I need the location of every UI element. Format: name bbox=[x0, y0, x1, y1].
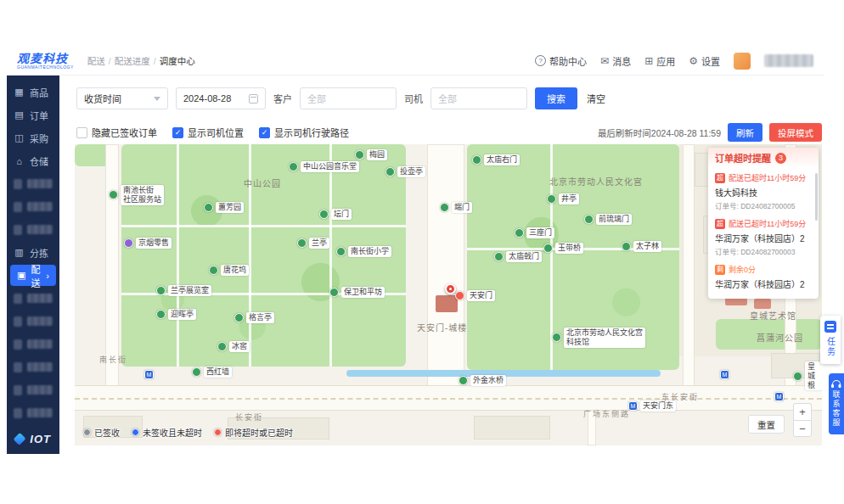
sidebar-item-redacted-3[interactable] bbox=[7, 218, 59, 241]
sidebar-item-delivery[interactable]: ▣ 配送 bbox=[10, 265, 56, 286]
headset-icon bbox=[832, 380, 841, 386]
iot-icon bbox=[14, 433, 26, 445]
sidebar-item-redacted-5[interactable] bbox=[7, 310, 59, 333]
alert-item[interactable]: 超 配送已超时11小时59分 华润万家（科技园店）2 订单号: DD240827… bbox=[715, 214, 812, 260]
sidebar-item-label bbox=[27, 385, 53, 395]
customer-placeholder: 全部 bbox=[307, 92, 326, 105]
sidebar-item-redacted-6[interactable] bbox=[7, 333, 59, 356]
poi-icon bbox=[552, 333, 561, 342]
help-center-link[interactable]: ? 帮助中心 bbox=[535, 54, 587, 68]
sidebar-item-procurement[interactable]: ◫ 采购 bbox=[7, 126, 59, 149]
search-button[interactable]: 搜索 bbox=[535, 87, 577, 109]
zoom-in-button[interactable]: + bbox=[793, 403, 812, 420]
sidebar-item-label bbox=[27, 316, 53, 326]
sidebar-item-orders[interactable]: ▤ 订单 bbox=[7, 104, 59, 126]
messages-link[interactable]: ✉ 消息 bbox=[600, 54, 631, 68]
poi-icon bbox=[385, 167, 395, 176]
driver-input[interactable]: 全部 bbox=[430, 87, 527, 109]
breadcrumb-delivery-progress[interactable]: 配送进度 bbox=[115, 54, 156, 67]
avatar[interactable] bbox=[734, 53, 751, 70]
poi-icon bbox=[793, 372, 802, 381]
alert-item[interactable]: 剩 剩余0分 华润万家（科技园店）2 bbox=[715, 260, 812, 294]
task-float-tab[interactable]: 任务 bbox=[820, 316, 841, 364]
sidebar-item-icon bbox=[14, 225, 22, 235]
map-poi: 三座门 bbox=[515, 227, 554, 238]
poi-label: 格言亭 bbox=[246, 312, 274, 323]
alert-customer: 华润万家（科技园店）2 bbox=[715, 277, 812, 290]
projection-mode-button[interactable]: 投屏模式 bbox=[769, 123, 822, 142]
sidebar-item-icon: ▤ bbox=[14, 109, 25, 120]
poi-icon bbox=[109, 190, 118, 199]
customer-input[interactable]: 全部 bbox=[300, 87, 397, 109]
settings-link[interactable]: ⚙ 设置 bbox=[689, 54, 720, 68]
sidebar-item-redacted-9[interactable] bbox=[7, 401, 59, 424]
poi-icon bbox=[547, 194, 556, 204]
sidebar-item-redacted-8[interactable] bbox=[7, 378, 59, 401]
map-poi: 北京市劳动人民文化宫 bbox=[547, 176, 645, 188]
sidebar-item-redacted-7[interactable] bbox=[7, 356, 59, 378]
sidebar-item-icon: ⌂ bbox=[14, 156, 25, 166]
poi-label: 兰亭展览室 bbox=[168, 285, 211, 296]
map-poi bbox=[774, 392, 784, 401]
sidebar-item-products[interactable]: ▦ 商品 bbox=[7, 81, 59, 104]
sidebar-item-redacted-4[interactable] bbox=[7, 287, 59, 310]
sidebar-item-icon: ◫ bbox=[14, 132, 25, 143]
breadcrumb-delivery[interactable]: 配送 bbox=[87, 54, 111, 67]
zoom-out-button[interactable]: − bbox=[793, 420, 812, 437]
order-timeout-panel-header: 订单超时提醒 3 bbox=[708, 148, 819, 168]
legend-pin-icon bbox=[214, 428, 222, 436]
refresh-button[interactable]: 刷新 bbox=[728, 123, 762, 142]
alert-item[interactable]: 超 配送已超时11小时59分 钱大妈科技 订单号: DD24082700005 bbox=[715, 168, 812, 214]
map-poi: 前琉璃门 bbox=[584, 214, 632, 225]
alert-customer: 华润万家（科技园店）2 bbox=[715, 232, 812, 244]
map-poi: 皇城根 bbox=[793, 361, 822, 390]
poi-label: 太庙右门 bbox=[484, 154, 520, 165]
driver-placeholder: 全部 bbox=[438, 92, 457, 105]
messages-label: 消息 bbox=[612, 54, 631, 68]
map-poi: 冰窖 bbox=[217, 341, 250, 352]
alert-status: 剩余0分 bbox=[729, 264, 756, 275]
toolbar: 隐藏已签收订单 显示司机位置 显示司机行驶路径 最后刷新时间2024-08-28… bbox=[76, 123, 822, 142]
poi-icon bbox=[472, 155, 481, 165]
sidebar-item-redacted-1[interactable] bbox=[7, 172, 59, 195]
sidebar-item-icon bbox=[14, 362, 22, 372]
map-reset-button[interactable]: 重置 bbox=[748, 415, 785, 434]
date-input[interactable]: 2024-08-28 bbox=[176, 87, 266, 109]
checkbox-hide-signed-orders[interactable]: 隐藏已签收订单 bbox=[76, 126, 157, 139]
customer-label: 客户 bbox=[273, 92, 292, 105]
user-name-redacted[interactable] bbox=[764, 54, 813, 67]
panel-scrollbar[interactable] bbox=[815, 173, 818, 221]
checkbox-show-driver-route[interactable]: 显示司机行驶路径 bbox=[259, 126, 349, 139]
task-label: 任务 bbox=[824, 337, 837, 357]
poi-icon bbox=[209, 266, 218, 275]
map-canvas[interactable]: 梅园 投壶亭 太庙右门 北京市劳动人民文化宫 bbox=[75, 144, 822, 445]
poi-label: 菖蒲河公园 bbox=[754, 333, 806, 344]
sidebar-item-redacted-2[interactable] bbox=[7, 195, 59, 218]
contact-service-tab[interactable]: 联系客服 bbox=[829, 373, 844, 434]
map-poi: 梅园 bbox=[355, 149, 387, 160]
poi-label: 太庙戟门 bbox=[506, 251, 542, 262]
poi-icon bbox=[297, 238, 307, 248]
legend-label: 即将超时或已超时 bbox=[225, 426, 293, 439]
sidebar-item-sorting[interactable]: ▥ 分拣 bbox=[7, 241, 59, 264]
checkbox-icon bbox=[172, 127, 183, 138]
apps-link[interactable]: ⊞ 应用 bbox=[644, 54, 675, 68]
poi-icon bbox=[204, 203, 213, 212]
checkbox-show-driver-location[interactable]: 显示司机位置 bbox=[172, 126, 244, 139]
map-poi: 玉带桥 bbox=[543, 243, 583, 254]
map-poi: 长安街 bbox=[233, 412, 266, 423]
map-poi: 太庙右门 bbox=[472, 154, 520, 165]
delivery-marker-overdue[interactable] bbox=[445, 283, 456, 294]
poi-label: 玉带桥 bbox=[555, 243, 583, 254]
sidebar-item-warehouse[interactable]: ⌂ 仓储 bbox=[7, 149, 59, 172]
time-type-value: 收货时间 bbox=[84, 92, 121, 105]
map-poi: 中山公园音乐堂 bbox=[289, 161, 359, 172]
legend-item: 未签收且未超时 bbox=[132, 426, 202, 439]
clear-button[interactable]: 清空 bbox=[587, 92, 605, 105]
map-zoom-control: + − bbox=[793, 403, 812, 437]
legend-item: 已签收 bbox=[83, 426, 120, 439]
poi-icon bbox=[329, 288, 339, 297]
poi-icon bbox=[124, 238, 133, 248]
time-type-select[interactable]: 收货时间 bbox=[76, 87, 168, 109]
sidebar-item-label: 商品 bbox=[30, 86, 48, 99]
